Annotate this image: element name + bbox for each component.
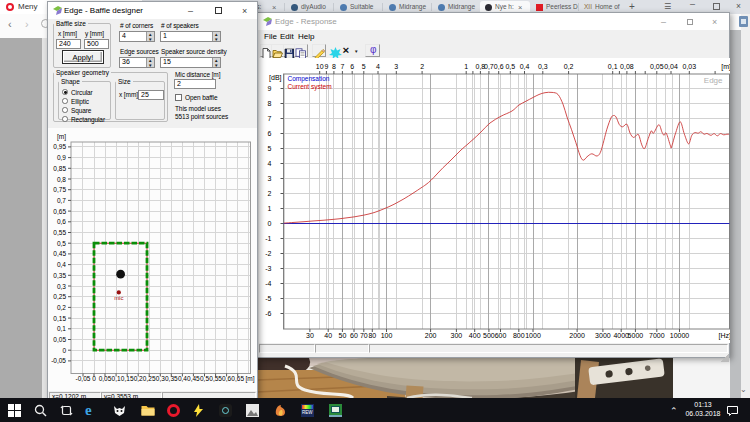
svg-text:0,03: 0,03	[682, 63, 696, 70]
svg-text:Current system: Current system	[288, 83, 332, 91]
svg-text:-6: -6	[265, 310, 271, 317]
svg-text:300: 300	[451, 332, 463, 339]
svg-text:100: 100	[381, 332, 393, 339]
svg-text:0,55: 0,55	[209, 375, 222, 382]
svg-text:0,05: 0,05	[650, 63, 664, 70]
svg-text:8: 8	[332, 63, 336, 70]
svg-text:0,04: 0,04	[664, 63, 678, 70]
svg-text:[m]: [m]	[721, 63, 730, 71]
svg-text:0,1: 0,1	[57, 325, 66, 332]
svg-text:8: 8	[268, 100, 272, 107]
svg-text:40: 40	[324, 332, 332, 339]
svg-text:0,45: 0,45	[53, 250, 66, 257]
svg-text:[m]: [m]	[246, 375, 255, 383]
svg-text:10: 10	[316, 63, 324, 70]
svg-text:0,65: 0,65	[53, 208, 66, 215]
svg-text:10000: 10000	[670, 332, 690, 339]
svg-text:9: 9	[324, 63, 328, 70]
svg-text:0,45: 0,45	[187, 375, 200, 382]
svg-text:0,2: 0,2	[57, 304, 66, 311]
svg-text:-4: -4	[265, 280, 271, 287]
svg-text:0,25: 0,25	[143, 375, 156, 382]
svg-text:0: 0	[268, 220, 272, 227]
svg-text:1: 1	[268, 205, 272, 212]
svg-text:400: 400	[469, 332, 481, 339]
svg-text:[dB]: [dB]	[269, 74, 282, 82]
svg-text:0,5: 0,5	[57, 240, 66, 247]
svg-text:3000: 3000	[595, 332, 611, 339]
svg-text:0,75: 0,75	[53, 186, 66, 193]
svg-text:-0,05: -0,05	[76, 375, 91, 382]
svg-text:0,7: 0,7	[484, 63, 494, 70]
svg-text:0,9: 0,9	[57, 154, 66, 161]
svg-text:0,25: 0,25	[53, 293, 66, 300]
svg-text:0,95: 0,95	[53, 143, 66, 150]
svg-text:0,05: 0,05	[99, 375, 112, 382]
svg-text:mic: mic	[114, 295, 123, 301]
svg-text:1000: 1000	[525, 332, 541, 339]
svg-text:-2: -2	[265, 250, 271, 257]
svg-text:3: 3	[394, 63, 398, 70]
svg-text:0,35: 0,35	[53, 272, 66, 279]
svg-text:60: 60	[350, 332, 358, 339]
svg-text:0,08: 0,08	[620, 63, 634, 70]
svg-text:7: 7	[340, 63, 344, 70]
svg-text:30: 30	[306, 332, 314, 339]
svg-text:2: 2	[420, 63, 424, 70]
svg-text:0,1: 0,1	[608, 63, 618, 70]
svg-text:0,7: 0,7	[57, 197, 66, 204]
svg-text:[Hz]: [Hz]	[719, 332, 730, 340]
svg-text:2: 2	[268, 190, 272, 197]
svg-text:0,5: 0,5	[505, 63, 515, 70]
svg-text:0,15: 0,15	[121, 375, 134, 382]
svg-text:5: 5	[362, 63, 366, 70]
svg-text:0,6: 0,6	[494, 63, 504, 70]
svg-text:50: 50	[339, 332, 347, 339]
svg-text:0,55: 0,55	[53, 229, 66, 236]
svg-text:0,35: 0,35	[165, 375, 178, 382]
svg-text:0,6: 0,6	[57, 218, 66, 225]
svg-text:9: 9	[268, 85, 272, 92]
svg-text:0,6: 0,6	[222, 375, 231, 382]
svg-text:4: 4	[268, 160, 272, 167]
svg-text:600: 600	[495, 332, 507, 339]
svg-text:0,85: 0,85	[53, 165, 66, 172]
svg-text:0,1: 0,1	[112, 375, 121, 382]
svg-text:0,4: 0,4	[520, 63, 530, 70]
svg-text:2000: 2000	[569, 332, 585, 339]
svg-text:0: 0	[62, 347, 66, 354]
svg-text:0,4: 0,4	[178, 375, 187, 382]
svg-text:Edge: Edge	[704, 76, 723, 85]
svg-text:0,4: 0,4	[57, 261, 66, 268]
svg-text:0,15: 0,15	[53, 315, 66, 322]
svg-text:500: 500	[483, 332, 495, 339]
svg-text:-1: -1	[265, 235, 271, 242]
svg-text:0,5: 0,5	[200, 375, 209, 382]
svg-text:800: 800	[513, 332, 525, 339]
svg-text:0: 0	[92, 375, 96, 382]
svg-text:-0,05: -0,05	[51, 357, 66, 364]
svg-text:200: 200	[425, 332, 437, 339]
svg-text:6: 6	[350, 63, 354, 70]
svg-text:0,05: 0,05	[53, 336, 66, 343]
svg-text:6: 6	[268, 130, 272, 137]
svg-text:-5: -5	[265, 295, 271, 302]
svg-text:0,3: 0,3	[57, 283, 66, 290]
svg-text:-3: -3	[265, 265, 271, 272]
svg-text:0,3: 0,3	[538, 63, 548, 70]
svg-text:Compensation: Compensation	[288, 75, 330, 83]
svg-text:0,65: 0,65	[231, 375, 244, 382]
svg-text:0,3: 0,3	[156, 375, 165, 382]
svg-text:0,2: 0,2	[134, 375, 143, 382]
svg-text:3: 3	[268, 175, 272, 182]
svg-text:1: 1	[464, 63, 468, 70]
svg-text:7: 7	[268, 115, 272, 122]
svg-text:7000: 7000	[649, 332, 665, 339]
svg-text:0,8: 0,8	[57, 176, 66, 183]
svg-text:80: 80	[368, 332, 376, 339]
svg-text:4: 4	[376, 63, 380, 70]
svg-text:[m]: [m]	[57, 133, 66, 141]
svg-text:5000: 5000	[628, 332, 644, 339]
svg-text:70: 70	[360, 332, 368, 339]
svg-text:0,2: 0,2	[564, 63, 574, 70]
